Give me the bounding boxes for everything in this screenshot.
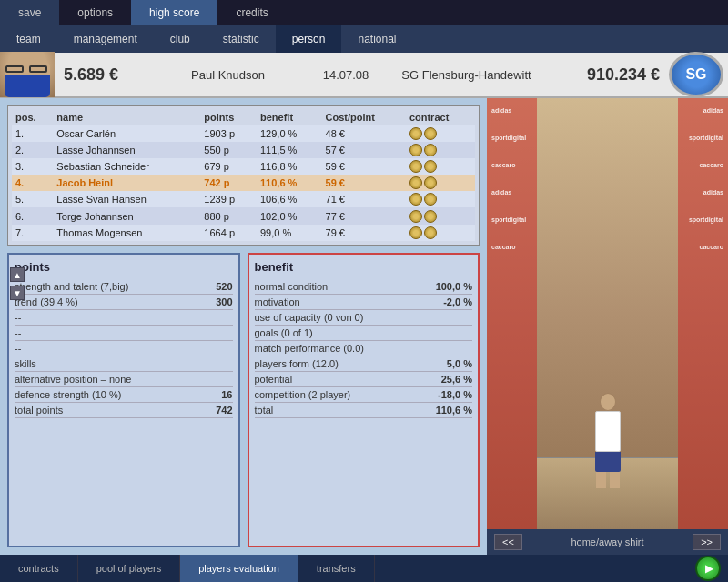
cell-points: 1664 p: [200, 225, 257, 241]
logo-caccaro-r2: caccaro: [700, 244, 723, 250]
logo-caccaro-1: caccaro: [491, 162, 515, 168]
benefit-row-label: competition (2 player): [255, 389, 351, 400]
tab-pool[interactable]: pool of players: [78, 555, 181, 582]
col-pos: pos.: [12, 110, 53, 125]
benefit-row-label: goals (0 of 1): [255, 327, 313, 338]
benefit-panel: benefit normal condition 100,0 %motivati…: [248, 253, 480, 547]
table-row[interactable]: 3. Sebastian Schneider 679 p 116,8 % 59 …: [12, 158, 475, 175]
player-figure: [581, 393, 635, 502]
logo-adidas-2: adidas: [491, 189, 511, 196]
nav-options[interactable]: options: [59, 0, 131, 25]
tab-players-evaluation[interactable]: players evaluation: [180, 555, 298, 582]
prev-shirt-button[interactable]: <<: [494, 534, 522, 550]
cell-name: Oscar Carlén: [53, 125, 200, 143]
points-title: points: [15, 260, 233, 274]
points-row-value: 300: [216, 296, 232, 307]
table-row[interactable]: 6. Torge Johannsen 880 p 102,0 % 77 €: [12, 207, 475, 224]
cell-contract: [406, 225, 475, 241]
nav-club[interactable]: club: [154, 25, 207, 53]
benefit-row-value: -18,0 %: [438, 389, 472, 400]
benefit-row-label: match performance (0.0): [255, 343, 364, 354]
bottom-panels: points strength and talent (7,big) 520tr…: [7, 253, 480, 547]
left-panel: ▲ ▼ pos. name points benefit Cost/point …: [0, 98, 487, 555]
tab-transfers[interactable]: transfers: [298, 555, 375, 582]
cell-points: 880 p: [200, 207, 257, 224]
benefit-title: benefit: [255, 260, 473, 274]
nav-person[interactable]: person: [276, 25, 342, 53]
benefit-row-label: total: [255, 405, 274, 416]
benefit-row-label: use of capacity (0 von 0): [255, 312, 364, 323]
player-shorts: [595, 452, 621, 472]
cell-pos: 1.: [12, 125, 53, 143]
scroll-container: ▲ ▼: [10, 266, 25, 302]
nav-credits[interactable]: credits: [217, 0, 286, 25]
player-leg-left: [596, 472, 606, 488]
logo-caccaro-r1: caccaro: [700, 162, 723, 168]
cell-name: Lasse Johannsen: [53, 142, 200, 158]
bottom-bar: contracts pool of players players evalua…: [0, 555, 728, 582]
scroll-down-button[interactable]: ▼: [10, 286, 25, 300]
player-head: [600, 393, 616, 411]
points-row: skills: [15, 356, 233, 372]
points-row-label: skills: [15, 358, 36, 369]
points-row-value: 520: [216, 281, 232, 292]
header-bar: 5.689 € Paul Knudson 14.07.08 SG Flensbu…: [0, 53, 728, 98]
cell-points: 550 p: [200, 142, 257, 158]
nav-national[interactable]: national: [341, 25, 412, 53]
logo-adidas-r2: adidas: [703, 189, 723, 196]
points-panel: points strength and talent (7,big) 520tr…: [7, 253, 240, 547]
nav-team[interactable]: team: [0, 25, 57, 53]
scroll-up-button[interactable]: ▲: [10, 267, 25, 282]
benefit-row-label: normal condition: [255, 281, 329, 292]
play-button[interactable]: [695, 556, 721, 581]
cell-pos: 4.: [12, 175, 53, 191]
cell-pos: 7.: [12, 225, 53, 241]
cell-benefit: 102,0 %: [257, 207, 322, 224]
club-name: SG Flensburg-Handewitt: [391, 68, 541, 82]
table-row[interactable]: 7. Thomas Mogensen 1664 p 99,0 % 79 €: [12, 225, 475, 241]
tab-contracts[interactable]: contracts: [0, 555, 78, 582]
player-table-body: 1. Oscar Carlén 1903 p 129,0 % 48 € 2. L…: [12, 125, 475, 241]
points-row-label: --: [15, 343, 21, 354]
benefit-row: match performance (0.0): [255, 341, 473, 356]
logo-sportdigital-r2: sportdigital: [689, 216, 723, 223]
next-shirt-button[interactable]: >>: [693, 534, 721, 550]
table-row[interactable]: 2. Lasse Johannsen 550 p 111,5 % 57 €: [12, 142, 475, 158]
logo-sportdigital-1: sportdigital: [491, 135, 526, 141]
points-rows: strength and talent (7,big) 520trend (39…: [15, 279, 233, 418]
nav-management[interactable]: management: [57, 25, 154, 53]
main-content: ▲ ▼ pos. name points benefit Cost/point …: [0, 98, 728, 555]
cell-name: Sebastian Schneider: [53, 158, 200, 175]
col-name: name: [53, 110, 200, 125]
second-navigation: team management club statistic person na…: [0, 25, 728, 53]
cell-contract: [406, 158, 475, 175]
cell-contract: [406, 125, 475, 143]
table-row[interactable]: 1. Oscar Carlén 1903 p 129,0 % 48 €: [12, 125, 475, 143]
nav-save[interactable]: save: [0, 0, 59, 25]
benefit-row-label: players form (12.0): [255, 358, 339, 369]
col-contract: contract: [406, 110, 475, 125]
benefit-row: competition (2 player) -18,0 %: [255, 387, 473, 403]
cell-cost: 77 €: [322, 207, 406, 224]
nav-high-score[interactable]: high score: [131, 0, 217, 25]
cell-points: 1239 p: [200, 191, 257, 207]
benefit-rows: normal condition 100,0 %motivation -2,0 …: [255, 279, 473, 418]
benefit-row: players form (12.0) 5,0 %: [255, 356, 473, 372]
shirt-label: home/away shirt: [571, 537, 643, 547]
player-name: Paul Knudson: [191, 68, 300, 82]
benefit-row-value: -2,0 %: [443, 296, 472, 307]
cell-pos: 6.: [12, 207, 53, 224]
table-row[interactable]: 4. Jacob Heinl 742 p 110,6 % 59 €: [12, 175, 475, 191]
points-row-value: 742: [216, 405, 232, 416]
cell-benefit: 99,0 %: [257, 225, 322, 241]
table-row[interactable]: 5. Lasse Svan Hansen 1239 p 106,6 % 71 €: [12, 191, 475, 207]
nav-statistic[interactable]: statistic: [207, 25, 276, 53]
cell-cost: 48 €: [322, 125, 406, 143]
date-display: 14.07.08: [300, 68, 391, 82]
cell-name: Thomas Mogensen: [53, 225, 200, 241]
cell-benefit: 129,0 %: [257, 125, 322, 143]
cell-benefit: 116,8 %: [257, 158, 322, 175]
points-row-label: --: [15, 327, 21, 338]
benefit-row: goals (0 of 1): [255, 326, 473, 341]
benefit-row-label: motivation: [255, 296, 300, 307]
